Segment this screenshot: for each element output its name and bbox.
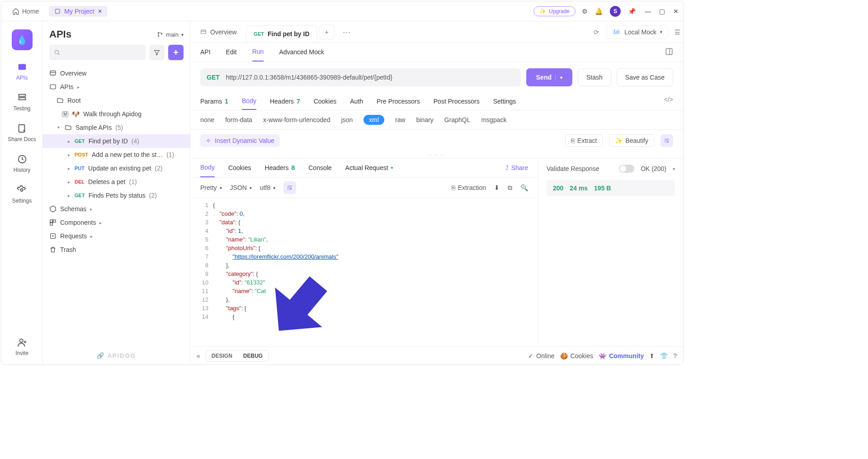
avatar[interactable]: S	[610, 6, 621, 17]
filter-button[interactable]	[149, 45, 165, 60]
endpoint-update-pet[interactable]: ▸ PUT Update an existing pet (2)	[43, 161, 190, 175]
code-lines[interactable]: { "code": 0, "data": { "id": 1, "name": …	[213, 198, 338, 346]
minimize-icon[interactable]: —	[645, 8, 651, 15]
upgrade-button[interactable]: ✨ Upgrade	[533, 6, 576, 16]
mode-design[interactable]: DESIGN	[206, 350, 238, 361]
ctype-msgpack[interactable]: msgpack	[481, 116, 506, 123]
chevron-down-icon[interactable]: ▾	[555, 75, 562, 80]
tree-trash[interactable]: Trash	[43, 243, 190, 256]
view-pretty[interactable]: Pretty▾	[200, 184, 222, 191]
refresh-icon[interactable]: ⟳	[594, 28, 599, 36]
reqtab-post[interactable]: Post Processors	[434, 93, 480, 109]
view-json[interactable]: JSON▾	[230, 184, 252, 191]
stash-button[interactable]: Stash	[578, 68, 611, 86]
wrap-icon[interactable]	[660, 134, 673, 147]
validate-toggle[interactable]	[619, 165, 634, 173]
tree-sample-folder[interactable]: ▸ Sample APIs (5)	[43, 121, 190, 134]
view-enc[interactable]: utf8▾	[260, 184, 275, 191]
rail-history[interactable]: History	[14, 154, 30, 173]
resptab-cookies[interactable]: Cookies	[228, 159, 251, 177]
endpoint-find-pet[interactable]: ▸ GET Find pet by ID (4)	[43, 134, 190, 148]
layout-icon[interactable]	[665, 47, 673, 62]
share-button[interactable]: ⤴Share	[505, 164, 528, 171]
tree-walkthrough[interactable]: M 🐶 Walk through Apidog	[43, 107, 190, 121]
chevron-down-icon[interactable]: ▾	[673, 166, 675, 171]
copy-icon[interactable]: ⧉	[508, 184, 512, 192]
maximize-icon[interactable]: ▢	[659, 8, 665, 15]
ctype-xml[interactable]: xml	[363, 115, 384, 125]
rail-sharedocs[interactable]: Share Docs	[8, 123, 36, 142]
branch-selector[interactable]: main ▾	[157, 31, 184, 38]
reqtab-auth[interactable]: Auth	[350, 93, 363, 109]
ctype-urlenc[interactable]: x-www-form-urlencoded	[263, 116, 330, 123]
more-icon[interactable]: ⋯	[343, 27, 351, 37]
upload-icon[interactable]: ⬆	[649, 352, 655, 360]
subtab-run[interactable]: Run	[252, 48, 264, 62]
shirt-icon[interactable]: 👕	[660, 352, 668, 360]
add-button[interactable]: +	[168, 45, 184, 60]
foot-online[interactable]: ✓Online	[528, 352, 554, 360]
reqtab-pre[interactable]: Pre Processors	[377, 93, 420, 109]
wrap2-icon[interactable]	[283, 181, 296, 194]
endpoint-add-pet[interactable]: ▸ POST Add a new pet to the st… (1)	[43, 148, 190, 161]
collapse-icon[interactable]: «	[197, 352, 200, 360]
download-icon[interactable]: ⬇	[494, 184, 500, 191]
ctype-graphql[interactable]: GraphQL	[444, 116, 471, 123]
resptab-headers[interactable]: Headers8	[265, 159, 295, 177]
resptab-body[interactable]: Body	[200, 158, 215, 177]
subtab-mock[interactable]: Advanced Mock	[279, 48, 324, 61]
menu-icon[interactable]: ☰	[675, 28, 680, 36]
project-tab[interactable]: My Project ✕	[49, 6, 108, 17]
extract-button[interactable]: ⎘Extract	[565, 134, 603, 147]
endpoint-delete-pet[interactable]: ▸ DEL Deletes a pet (1)	[43, 175, 190, 189]
ctype-json[interactable]: json	[341, 116, 353, 123]
bell-icon[interactable]: 🔔	[595, 8, 603, 15]
subtab-edit[interactable]: Edit	[226, 48, 237, 61]
rail-invite[interactable]: Invite	[15, 337, 28, 356]
foot-community[interactable]: 👾Community	[599, 352, 644, 360]
tree-schemas[interactable]: Schemas▸	[43, 202, 190, 216]
close-icon[interactable]: ✕	[98, 8, 102, 14]
reqtab-headers[interactable]: Headers7	[270, 93, 300, 109]
reqtab-params[interactable]: Params1	[200, 93, 228, 109]
resize-handle[interactable]: · · ·	[190, 151, 683, 158]
rail-testing[interactable]: Testing	[13, 93, 30, 112]
tree-apis[interactable]: APIs ▸	[43, 80, 190, 94]
close-window-icon[interactable]: ✕	[673, 8, 679, 15]
gear-icon[interactable]: ⚙	[582, 8, 588, 15]
tab-endpoint[interactable]: GET Find pet by ID	[246, 25, 317, 43]
mode-debug[interactable]: DEBUG	[238, 350, 268, 361]
send-button[interactable]: Send ▾	[526, 68, 572, 86]
insert-dynamic[interactable]: ✧ Insert Dynamic Value	[200, 134, 280, 147]
tab-add[interactable]: +	[319, 24, 335, 40]
search-icon[interactable]: 🔍	[520, 184, 528, 191]
pin-icon[interactable]: 📌	[628, 8, 636, 15]
code-icon[interactable]: </>	[664, 96, 673, 107]
tab-overview[interactable]: Overview	[193, 24, 244, 41]
tree-requests[interactable]: Requests▸	[43, 229, 190, 243]
subtab-api[interactable]: API	[200, 48, 211, 61]
ctype-raw[interactable]: raw	[395, 116, 406, 123]
resptab-actual[interactable]: Actual Request•	[345, 159, 393, 177]
tree-components[interactable]: Components▸	[43, 216, 190, 229]
beautify-button[interactable]: ✨Beautify	[609, 134, 654, 147]
environment-select[interactable]: Lo Local Mock ▾	[606, 25, 668, 39]
reqtab-settings[interactable]: Settings	[493, 93, 516, 109]
save-case-button[interactable]: Save as Case	[617, 68, 673, 86]
search-input[interactable]	[49, 45, 146, 60]
ctype-binary[interactable]: binary	[416, 116, 434, 123]
home-button[interactable]: Home	[9, 6, 42, 17]
foot-cookies[interactable]: 🍪Cookies	[560, 352, 594, 360]
tree-root[interactable]: Root	[43, 94, 190, 107]
tree-overview[interactable]: Overview	[43, 66, 190, 80]
help-icon[interactable]: ?	[673, 352, 677, 360]
ctype-none[interactable]: none	[200, 116, 214, 123]
reqtab-body[interactable]: Body	[242, 93, 256, 110]
reqtab-cookies[interactable]: Cookies	[314, 93, 337, 109]
extraction-button[interactable]: ⎘Extraction	[452, 184, 486, 191]
ctype-formdata[interactable]: form-data	[225, 116, 252, 123]
resptab-console[interactable]: Console	[308, 159, 331, 177]
url-input[interactable]: GET http://127.0.0.1:3658/m1/436865-3909…	[200, 68, 521, 86]
rail-settings[interactable]: Settings	[12, 185, 32, 204]
rail-apis[interactable]: APIs	[16, 62, 28, 81]
